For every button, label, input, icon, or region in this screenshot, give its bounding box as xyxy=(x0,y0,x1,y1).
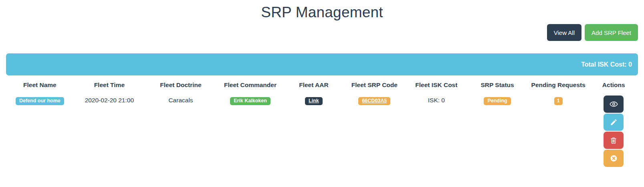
fleet-commander-cell: Erik Kalkoken xyxy=(216,92,284,169)
fleet-name-badge: Defend our home xyxy=(16,97,64,105)
pencil-icon xyxy=(610,118,618,126)
fleet-time-cell: 2020-02-20 21:00 xyxy=(74,92,145,169)
trash-icon xyxy=(610,136,618,144)
actions-cell xyxy=(589,92,638,169)
fleet-aar-link[interactable]: Link xyxy=(305,97,323,105)
disable-srp-button[interactable] xyxy=(604,150,624,167)
times-circle-icon xyxy=(610,154,618,163)
srp-fleet-table: Fleet Name Fleet Time Fleet Doctrine Fle… xyxy=(6,75,638,169)
srp-status-badge: Pending xyxy=(484,97,511,105)
eye-icon xyxy=(610,100,618,108)
delete-fleet-button[interactable] xyxy=(604,132,624,149)
view-fleet-button[interactable] xyxy=(604,96,624,113)
fleet-doctrine-cell: Caracals xyxy=(145,92,216,169)
table-header-row: Fleet Name Fleet Time Fleet Doctrine Fle… xyxy=(6,75,638,92)
total-isk-cost-label: Total ISK Cost: 0 xyxy=(581,61,632,68)
action-button-stack xyxy=(592,96,636,167)
column-header-fleet-srp-code: Fleet SRP Code xyxy=(343,75,406,92)
fleet-name-cell: Defend our home xyxy=(6,92,74,169)
column-header-fleet-aar: Fleet AAR xyxy=(284,75,343,92)
column-header-fleet-doctrine: Fleet Doctrine xyxy=(145,75,216,92)
column-header-srp-status: SRP Status xyxy=(467,75,527,92)
column-header-fleet-commander: Fleet Commander xyxy=(216,75,284,92)
total-isk-cost-banner: Total ISK Cost: 0 xyxy=(6,53,638,75)
column-header-fleet-time: Fleet Time xyxy=(74,75,145,92)
pending-requests-badge: 1 xyxy=(554,97,563,105)
column-header-actions: Actions xyxy=(589,75,638,92)
edit-fleet-button[interactable] xyxy=(604,114,624,131)
pending-requests-cell: 1 xyxy=(527,92,589,169)
column-header-pending-requests: Pending Requests xyxy=(527,75,589,92)
fleet-srp-code-link[interactable]: 66CD03A5 xyxy=(358,97,390,105)
fleet-commander-badge: Erik Kalkoken xyxy=(230,97,271,105)
column-header-fleet-isk-cost: Fleet ISK Cost xyxy=(406,75,468,92)
fleet-aar-cell: Link xyxy=(284,92,343,169)
fleet-isk-cost-cell: ISK: 0 xyxy=(406,92,468,169)
page-title: SRP Management xyxy=(6,4,638,21)
srp-status-cell: Pending xyxy=(467,92,527,169)
srp-management-page: SRP Management View All Add SRP Fleet To… xyxy=(0,4,644,169)
column-header-fleet-name: Fleet Name xyxy=(6,75,74,92)
table-row: Defend our home 2020-02-20 21:00 Caracal… xyxy=(6,92,638,169)
view-all-button[interactable]: View All xyxy=(547,24,581,41)
toolbar: View All Add SRP Fleet xyxy=(6,24,638,41)
fleet-srp-code-cell: 66CD03A5 xyxy=(343,92,406,169)
add-srp-fleet-button[interactable]: Add SRP Fleet xyxy=(585,24,638,41)
